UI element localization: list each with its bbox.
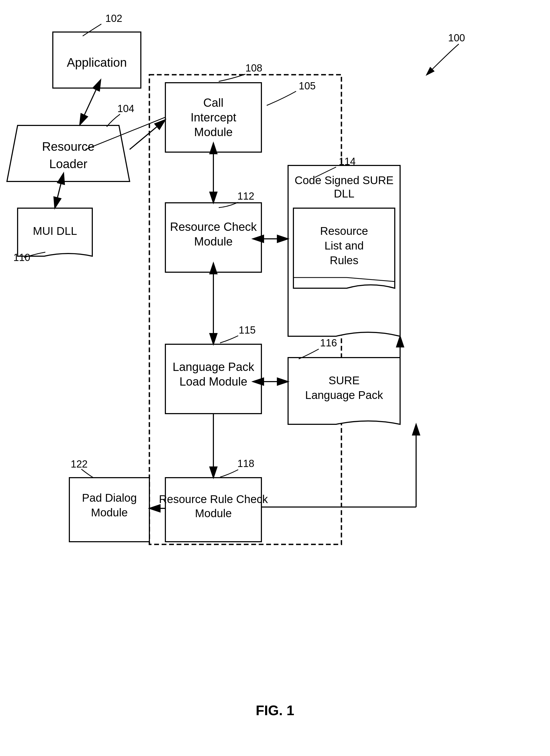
svg-text:104: 104 [117, 103, 134, 114]
diagram-svg: Application Resource Loader MUI DLL Call… [0, 0, 550, 756]
svg-text:114: 114 [339, 156, 355, 167]
svg-text:Loader: Loader [49, 157, 87, 171]
svg-text:Module: Module [194, 235, 233, 248]
svg-line-35 [80, 88, 97, 124]
svg-text:115: 115 [239, 324, 256, 336]
svg-text:Language Pack: Language Pack [173, 360, 255, 373]
svg-text:Rules: Rules [330, 254, 358, 267]
svg-text:Module: Module [91, 506, 128, 519]
svg-text:Resource Rule Check: Resource Rule Check [159, 493, 268, 505]
svg-text:105: 105 [299, 80, 315, 92]
svg-text:Intercept: Intercept [191, 111, 236, 124]
svg-text:List and: List and [324, 239, 363, 252]
diagram-container: Application Resource Loader MUI DLL Call… [0, 0, 550, 756]
svg-text:Load Module: Load Module [180, 375, 247, 388]
svg-line-37 [55, 182, 61, 208]
svg-text:110: 110 [13, 252, 30, 263]
svg-text:Application: Application [67, 56, 127, 69]
svg-text:Module: Module [194, 125, 233, 138]
svg-text:116: 116 [320, 337, 337, 349]
svg-text:112: 112 [238, 191, 254, 202]
svg-text:Module: Module [195, 507, 232, 520]
svg-text:Resource: Resource [42, 140, 95, 153]
svg-text:Call: Call [203, 96, 224, 109]
svg-text:108: 108 [246, 62, 262, 74]
svg-text:DLL: DLL [334, 187, 354, 200]
svg-text:Pad Dialog: Pad Dialog [82, 492, 137, 504]
svg-text:Language Pack: Language Pack [305, 389, 383, 401]
svg-text:Resource Check: Resource Check [170, 220, 257, 233]
svg-text:MUI DLL: MUI DLL [33, 225, 77, 237]
svg-marker-5 [7, 125, 130, 181]
svg-text:FIG. 1: FIG. 1 [256, 703, 294, 718]
svg-text:SURE: SURE [328, 374, 360, 387]
svg-text:102: 102 [105, 13, 122, 24]
svg-text:122: 122 [71, 458, 88, 470]
svg-text:Resource: Resource [320, 225, 368, 237]
svg-text:Code Signed SURE: Code Signed SURE [294, 174, 393, 187]
svg-text:118: 118 [238, 458, 254, 469]
svg-text:100: 100 [448, 32, 465, 43]
